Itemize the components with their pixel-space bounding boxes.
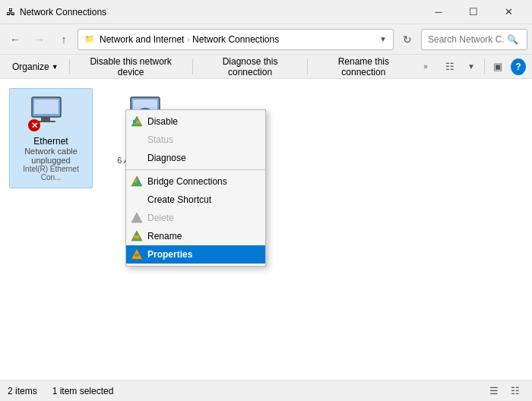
svg-rect-18 (135, 235, 139, 238)
context-menu: Disable Status Diagnose Bridge Connectio… (125, 109, 266, 267)
toolbar: Organize ▼ Disable this network device D… (0, 55, 532, 79)
content-area: ✕ Ethernet Network cable unplugged Intel… (0, 79, 532, 380)
svg-rect-1 (34, 99, 59, 114)
status-grid-view-btn[interactable]: ☷ (506, 382, 524, 400)
ctx-diagnose[interactable]: Diagnose (126, 149, 265, 167)
selected-count: 1 item selected (52, 386, 114, 396)
app-icon: 🖧 (6, 7, 15, 17)
svg-marker-16 (131, 213, 142, 223)
window-controls: ─ ☐ ✕ (421, 0, 526, 24)
more-button[interactable]: » (417, 58, 434, 76)
ctx-shortcut[interactable]: Create Shortcut (126, 191, 265, 209)
address-bar: ← → ↑ 📁 Network and Internet › Network C… (0, 24, 532, 55)
location-icon: 📁 (84, 34, 95, 44)
address-box[interactable]: 📁 Network and Internet › Network Connect… (78, 29, 394, 50)
toolbar-separator-1 (69, 59, 70, 74)
forward-button[interactable]: → (29, 29, 50, 50)
help-button[interactable]: ? (511, 58, 526, 75)
window-title: Network Connections (20, 7, 421, 17)
disable-network-button[interactable]: Disable this network device (74, 58, 188, 76)
delete-icon (131, 212, 143, 224)
change-view-button[interactable]: ☷ (440, 58, 460, 76)
ethernet-hw: Intel(R) Ethernet Con... (16, 165, 86, 182)
back-button[interactable]: ← (5, 29, 26, 50)
svg-rect-20 (135, 254, 139, 257)
item-count: 2 items (8, 386, 37, 396)
ctx-separator-1 (126, 169, 265, 170)
svg-rect-15 (137, 181, 140, 184)
network-grid: ✕ Ethernet Network cable unplugged Intel… (0, 79, 532, 380)
toolbar-separator-3 (307, 59, 308, 74)
bridge-icon (131, 175, 143, 188)
diagnose-button[interactable]: Diagnose this connection (198, 58, 303, 76)
ctx-rename[interactable]: Rename (126, 227, 265, 245)
ctx-properties[interactable]: Properties (126, 245, 265, 264)
search-icon: 🔍 (507, 34, 518, 45)
view-dropdown-icon[interactable]: ▼ (461, 58, 481, 76)
ethernet-icon-wrapper: ✕ (28, 95, 74, 133)
preview-button[interactable]: ▣ (488, 58, 508, 76)
rename-button[interactable]: Rename this connection (312, 58, 414, 76)
organize-arrow-icon: ▼ (52, 63, 59, 71)
ctx-bridge[interactable]: Bridge Connections (126, 172, 265, 191)
status-bar: 2 items 1 item selected ☰ ☷ (0, 380, 532, 401)
view-separator (484, 59, 485, 74)
breadcrumb: Network and Internet › Network Connectio… (100, 34, 279, 45)
close-button[interactable]: ✕ (491, 0, 526, 24)
search-box[interactable]: 🔍 (421, 29, 527, 50)
up-button[interactable]: ↑ (53, 29, 74, 50)
disable-icon (131, 115, 143, 128)
svg-rect-12 (133, 120, 136, 123)
svg-rect-2 (41, 117, 50, 121)
view-controls: ☷ ▼ ▣ (440, 58, 508, 76)
maximize-button[interactable]: ☐ (456, 0, 491, 24)
minimize-button[interactable]: ─ (421, 0, 456, 24)
ethernet-status: Network cable unplugged (16, 147, 86, 165)
title-bar: 🖧 Network Connections ─ ☐ ✕ (0, 0, 532, 24)
properties-icon (131, 248, 143, 260)
refresh-button[interactable]: ↻ (397, 29, 418, 50)
status-bar-right: ☰ ☷ (485, 382, 524, 400)
error-badge: ✕ (28, 119, 40, 131)
organize-button[interactable]: Organize ▼ (6, 58, 65, 76)
svg-rect-14 (134, 179, 137, 182)
search-input[interactable] (428, 34, 504, 45)
network-item-ethernet[interactable]: ✕ Ethernet Network cable unplugged Intel… (9, 88, 93, 188)
ctx-delete: Delete (126, 209, 265, 227)
address-dropdown-icon[interactable]: ▼ (379, 35, 387, 43)
rename-icon (131, 230, 143, 242)
ctx-status: Status (126, 131, 265, 149)
ethernet-name: Ethernet (33, 136, 68, 147)
ctx-disable[interactable]: Disable (126, 112, 265, 131)
status-list-view-btn[interactable]: ☰ (485, 382, 503, 400)
toolbar-separator-2 (192, 59, 193, 74)
